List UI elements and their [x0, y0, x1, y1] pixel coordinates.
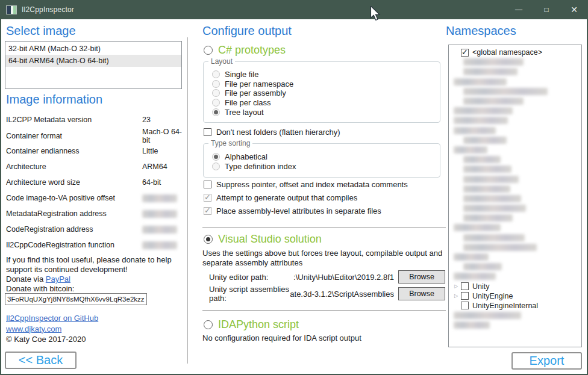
redacted-namespace	[454, 78, 507, 85]
redacted-value	[142, 194, 177, 202]
type-sorting-option[interactable]: Type definition index	[212, 162, 440, 172]
image-list-item[interactable]: 64-bit ARM64 (Mach-O 64-bit)	[5, 55, 181, 67]
namespaces-tree[interactable]: <global namespace>▷Unity▷UnityEngineUnit…	[448, 45, 582, 347]
info-value: Mach-O 64-bit	[142, 128, 182, 144]
image-list-item[interactable]: 32-bit ARM (Mach-O 32-bit)	[5, 43, 181, 55]
layout-radio[interactable]	[212, 70, 220, 78]
info-label: Container format	[6, 132, 142, 140]
namespace-row-redacted	[449, 203, 581, 213]
donate-text: If you find this tool useful, please don…	[6, 255, 172, 274]
maximize-button[interactable]: □	[533, 0, 560, 19]
close-button[interactable]: ✕	[560, 0, 588, 19]
redacted-namespace	[454, 273, 496, 280]
export-button[interactable]: Export	[511, 352, 582, 370]
image-listbox[interactable]: 32-bit ARM (Mach-O 32-bit)64-bit ARM64 (…	[5, 41, 182, 89]
namespace-row-redacted	[449, 184, 581, 194]
info-row: ArchitectureARM64	[6, 159, 182, 175]
layout-option[interactable]: File per class	[212, 98, 440, 108]
type-sorting-radio[interactable]	[212, 163, 220, 170]
expander-icon[interactable]: ▷	[449, 284, 461, 289]
namespace-label: <global namespace>	[472, 48, 542, 57]
namespace-row-redacted	[449, 87, 581, 96]
flatten-option[interactable]: Don't nest folders (flatten hierarchy)	[204, 127, 340, 137]
layout-label: Tree layout	[225, 108, 264, 117]
layout-option[interactable]: Tree layout	[212, 107, 440, 117]
github-link[interactable]: Il2CppInspector on GitHub	[6, 314, 98, 323]
unity-script-browse-button[interactable]: Browse	[398, 287, 445, 300]
select-image-heading: Select image	[6, 24, 76, 38]
namespace-row[interactable]: <global namespace>	[449, 48, 581, 57]
visual-studio-option[interactable]: Visual Studio solution	[204, 233, 322, 246]
namespace-row-redacted	[449, 320, 581, 330]
output-option-checkbox[interactable]	[204, 207, 211, 215]
info-row: Architecture word size64-bit	[6, 175, 182, 190]
image-information-heading: Image information	[6, 93, 102, 107]
copyright-text: © Katy Coe 2017-2020	[6, 335, 86, 344]
namespace-row[interactable]: ▷Unity	[449, 282, 581, 291]
bitcoin-address-input[interactable]	[5, 293, 147, 305]
layout-option[interactable]: File per namespace	[212, 79, 440, 89]
type-sorting-groupbox: Type sorting AlphabeticalType definition…	[203, 143, 440, 178]
namespace-row[interactable]: ▷UnityEngine	[449, 291, 581, 301]
output-option[interactable]: Attempt to generate output that compiles	[204, 193, 357, 202]
window-title: Il2CppInspector	[22, 5, 74, 14]
namespace-row-redacted	[449, 145, 581, 155]
idapython-radio[interactable]	[204, 320, 213, 329]
namespace-checkbox[interactable]	[461, 49, 469, 57]
layout-radio[interactable]	[212, 108, 220, 116]
expander-icon[interactable]: ▷	[449, 293, 461, 299]
info-label: Architecture word size	[6, 178, 142, 187]
redacted-value	[142, 210, 177, 218]
layout-radio[interactable]	[212, 99, 220, 107]
layout-groupbox: Layout Single fileFile per namespaceFile…	[203, 61, 440, 123]
image-info-table: IL2CPP Metadata version23Container forma…	[6, 112, 182, 253]
unity-script-path-label: Unity script assemblies path:	[209, 285, 290, 303]
info-value: ARM64	[142, 163, 182, 171]
namespace-label: UnityEngine	[472, 292, 513, 300]
namespace-checkbox[interactable]	[461, 302, 469, 309]
idapython-option[interactable]: IDAPython script	[204, 318, 299, 331]
namespace-row-redacted	[449, 116, 581, 125]
namespace-row-redacted	[449, 57, 581, 67]
output-option-checkbox[interactable]	[204, 194, 211, 202]
namespace-row-redacted	[449, 164, 581, 174]
flatten-checkbox[interactable]	[204, 128, 211, 136]
csharp-prototypes-option[interactable]: C# prototypes	[204, 44, 286, 57]
layout-option[interactable]: File per assembly	[212, 88, 440, 98]
paypal-link[interactable]: PayPal	[46, 274, 70, 284]
redacted-value	[142, 226, 177, 234]
website-link[interactable]: www.djkaty.com	[6, 324, 61, 333]
redacted-namespace	[463, 244, 537, 251]
section-separator-2	[202, 310, 446, 311]
info-label: IL2CPP Metadata version	[6, 116, 142, 124]
namespace-row-redacted	[449, 106, 581, 116]
info-label: Il2CppCodeRegistration function	[6, 241, 142, 249]
layout-radio[interactable]	[212, 89, 220, 97]
namespace-checkbox[interactable]	[461, 282, 469, 290]
namespace-row[interactable]: UnityEngineInternal	[449, 301, 581, 311]
redacted-namespace	[463, 214, 513, 222]
info-value: 64-bit	[142, 178, 182, 187]
unity-editor-browse-button[interactable]: Browse	[398, 270, 445, 284]
csharp-prototypes-radio[interactable]	[204, 46, 213, 55]
visual-studio-radio[interactable]	[204, 235, 213, 244]
output-option-checkbox[interactable]	[204, 181, 211, 188]
output-option[interactable]: Place assembly-level attributes in separ…	[204, 206, 381, 215]
type-sorting-radio[interactable]	[212, 153, 220, 161]
visual-studio-description: Uses the settings above but forces tree …	[202, 249, 445, 268]
section-separator-1	[202, 227, 446, 228]
namespace-checkbox[interactable]	[461, 292, 469, 300]
minimize-button[interactable]: —	[505, 0, 533, 19]
info-row: Il2CppCodeRegistration function	[6, 237, 182, 253]
back-button[interactable]: << Back	[5, 352, 77, 369]
info-label: MetadataRegistration address	[6, 209, 142, 218]
info-row: Code image-to-VA positive offset	[6, 190, 182, 206]
namespace-row-redacted	[449, 311, 581, 320]
output-option[interactable]: Suppress pointer, offset and index metad…	[204, 179, 408, 189]
redacted-namespace	[454, 321, 490, 329]
namespace-label: UnityEngineInternal	[472, 302, 538, 310]
layout-radio[interactable]	[212, 80, 220, 88]
namespace-row-redacted	[449, 271, 581, 281]
type-sorting-option[interactable]: Alphabetical	[212, 152, 440, 162]
layout-option[interactable]: Single file	[212, 70, 440, 79]
